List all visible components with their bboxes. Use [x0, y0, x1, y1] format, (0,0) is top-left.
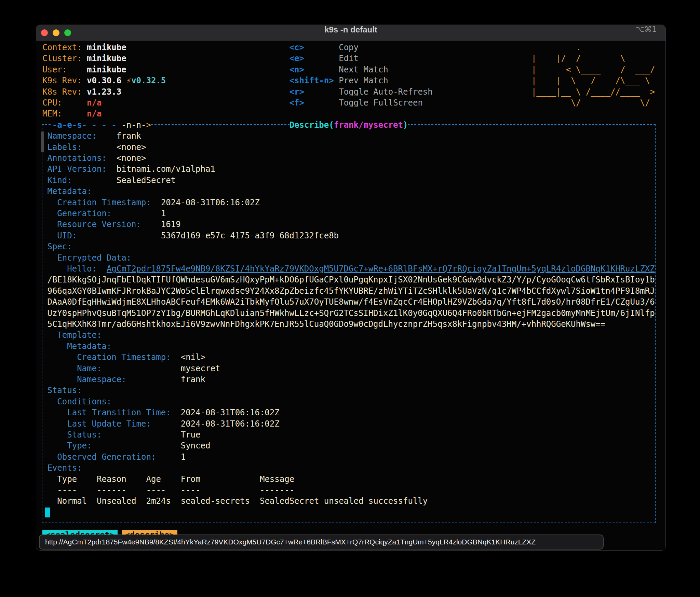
header-label-mem: MEM: [42, 108, 62, 119]
describe-key-metadata: Metadata: [67, 341, 111, 352]
describe-value-annotations: <none> [117, 153, 146, 164]
describe-key-api-version: API Version: [47, 164, 106, 175]
encrypted-data-line: /BE18KkgSOjJnqFbElDqkTIFUfQWhdesuGV6mSzH… [47, 274, 655, 285]
describe-key-name: Name: [77, 363, 102, 374]
text-run: v0.32.5 [131, 76, 166, 85]
describe-key-labels: Labels: [47, 142, 82, 153]
header-value-k9s-rev: v0.30.6 ⚡v0.32.5 [87, 75, 166, 86]
events-cell-type: Normal [57, 496, 87, 506]
events-cell-from: sealed-secrets [181, 496, 250, 506]
encrypted-data-line: 966qaXGY0BIwmKFJRrokBaJYC2Wo5clElrqwxdse… [47, 286, 655, 296]
text-run: -a-e-s- - - - [52, 120, 121, 130]
describe-value-status: True [181, 429, 201, 440]
describe-key-annotations: Annotations: [47, 153, 106, 164]
border-overlay-text: -a-e-s- - - - -n-n-> [52, 120, 151, 130]
terminal-cursor [45, 508, 50, 517]
encrypted-data-line: UzY0spHPhvQsuBTqM51OP7zYIbg/BURMGhLqKDlu… [47, 308, 655, 319]
window-shortcut-badge: ⌥⌘1 [636, 25, 657, 41]
terminal-window: k9s -n default ⌥⌘1 <sealedsecret><descri… [36, 25, 666, 551]
k9s-logo-line: |____|__ \ /____//____ > [531, 86, 655, 97]
header-label-user: User: [42, 64, 67, 75]
header-label-cpu: CPU: [42, 97, 62, 108]
upgrade-bolt-icon: ⚡ [126, 76, 131, 85]
describe-value-labels: <none> [117, 142, 146, 153]
describe-key-encrypted-data: Encrypted Data: [57, 252, 131, 263]
describe-key-conditions: Conditions: [57, 396, 111, 407]
events-header-type: Type [57, 474, 77, 485]
header-value: n/a [87, 97, 102, 108]
events-header-underline: ---- [146, 485, 166, 496]
hotkey-key-f: <f> [290, 97, 304, 108]
describe-key-last-update-time: Last Update Time: [67, 418, 151, 429]
describe-key-namespace: Namespace: [77, 374, 126, 385]
describe-key-resource-version: Resource Version: [57, 219, 141, 230]
header-label-cluster: Cluster: [42, 53, 82, 64]
hotkey-desc: Toggle Auto-Refresh [339, 86, 433, 97]
describe-key-hello: Hello: [67, 263, 97, 274]
header-label-k9srev: K9s Rev: [42, 75, 82, 86]
describe-key-type: Type: [67, 440, 92, 451]
text-run: frank/mysecret [334, 120, 403, 130]
k9s-logo-line: | | \ / /\___ \ [531, 75, 650, 86]
describe-value-creation-timestamp: <nil> [181, 352, 205, 363]
hotkey-key-shift-n: <shift-n> [290, 75, 334, 86]
describe-value-kind: SealedSecret [117, 175, 176, 186]
describe-panel-title: Describe(frank/mysecret) [290, 120, 408, 130]
terminal-content: <sealedsecret><describe> http://AgCmT2pd… [36, 41, 665, 550]
describe-value-generation: 1 [161, 208, 166, 219]
describe-value-resource-version: 1619 [161, 219, 181, 230]
describe-value-namespace: frank [117, 130, 141, 141]
events-cell-message: SealedSecret unsealed successfully [260, 496, 428, 506]
describe-key-template: Template: [57, 330, 102, 341]
describe-key-status: Status: [47, 385, 82, 396]
describe-key-metadata: Metadata: [47, 186, 92, 197]
hotkey-key-n: <n> [290, 64, 304, 75]
describe-key-generation: Generation: [57, 208, 111, 219]
describe-key-spec: Spec: [47, 241, 72, 252]
k9s-logo-line: ____ __.________ [531, 42, 620, 53]
describe-key-namespace: Namespace: [47, 130, 97, 141]
encrypted-data-line: DAaA0DfEgHHwiWdjmE8XLHhoABCFeuf4EMk6WA2i… [47, 296, 655, 307]
text-run: -n-n- [121, 120, 146, 130]
text-run: Describe( [290, 120, 334, 130]
hotkey-desc: Edit [339, 53, 359, 64]
events-cell-reason: Unsealed [97, 496, 136, 506]
events-header-underline: ------ [97, 485, 126, 496]
hotkey-desc: Prev Match [339, 75, 388, 86]
link-preview-tooltip: http://AgCmT2pdr1875Fw4e9NB9/8KZSI/4hYkY… [39, 534, 604, 550]
header-label-k8srev: K8s Rev: [42, 86, 82, 97]
encrypted-data-link[interactable]: AgCmT2pdr1875Fw4e9NB9/8KZSI/4hYkYaRz79VK… [107, 263, 655, 274]
encrypted-data-line: 5C1qHKXhK8Tmr/ad6GHshtkhoxEJi6V9zwvNnFDh… [47, 319, 605, 330]
window-title: k9s -n default [36, 25, 665, 41]
describe-key-status: Status: [67, 429, 102, 440]
describe-key-last-transition-time: Last Transition Time: [67, 407, 171, 418]
header-label-context: Context: [42, 42, 82, 53]
describe-value-observed-generation: 1 [181, 452, 186, 462]
events-header-underline: ------- [260, 485, 294, 496]
describe-value-uid: 5367d169-e57c-4175-a3f9-68d1232fce8b [161, 230, 339, 241]
describe-key-kind: Kind: [47, 175, 72, 186]
title-bar: k9s -n default ⌥⌘1 [36, 25, 665, 41]
header-value: v1.23.3 [87, 86, 121, 97]
describe-key-creation-timestamp: Creation Timestamp: [77, 352, 171, 363]
header-value: n/a [87, 108, 102, 119]
text-run: > [146, 120, 151, 130]
hotkey-desc: Toggle FullScreen [339, 97, 423, 108]
k9s-logo-line: | < \____ / ___/ [531, 64, 655, 75]
text-run: ) [403, 120, 408, 130]
events-header-underline: ---- [57, 485, 77, 496]
describe-value-creation-timestamp: 2024-08-31T06:16:02Z [161, 197, 260, 208]
events-header-underline: ---- [181, 485, 201, 496]
describe-value-type: Synced [181, 440, 211, 451]
header-value: minikube [87, 53, 126, 64]
header-value: minikube [87, 64, 126, 75]
hotkey-desc: Copy [339, 42, 359, 53]
hotkey-key-r: <r> [290, 86, 304, 97]
events-header-from: From [181, 474, 201, 485]
describe-value-namespace: frank [181, 374, 205, 385]
k9s-logo-line: | |/ _/ __ \______ [531, 53, 655, 64]
hotkey-key-c: <c> [290, 42, 304, 53]
events-cell-age: 2m24s [146, 496, 171, 506]
describe-key-uid: UID: [57, 230, 77, 241]
scroll-indicator[interactable] [41, 131, 44, 152]
